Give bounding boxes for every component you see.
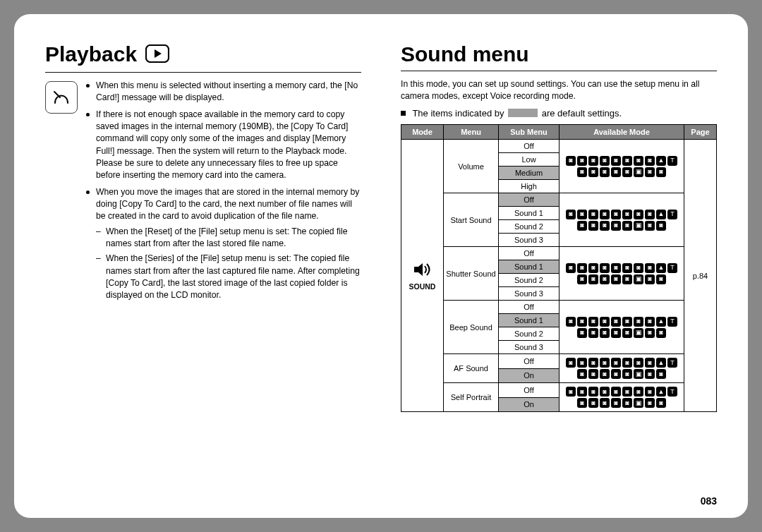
mode-icon: ◙ [588,274,598,284]
mode-icon: ◙ [611,387,621,397]
mode-icon: ◙ [600,328,610,338]
mode-icon: ◙ [577,369,587,379]
mode-icon: ◙ [611,369,621,379]
mode-icon: ◙ [577,274,587,284]
table-row: SOUNDVolumeOff◙◙◙◙◙◙◙◙▲T◙◙◙◙◙▣◙◙p.84 [401,140,717,153]
mode-icon: T [667,358,677,368]
available-mode-icons: ◙◙◙◙◙◙◙◙▲T◙◙◙◙◙▣◙◙ [561,208,682,232]
right-title: Sound menu [401,42,717,66]
mode-icon: ▣ [634,274,643,284]
menu-cell: Beep Sound [444,301,499,354]
mode-icon: ▲ [656,387,666,397]
mode-icon: ◙ [600,369,610,379]
subnote-item: When the [Reset] of the [File] setup men… [96,226,361,250]
page-ref-cell: p.84 [684,140,717,412]
legend-post: are default settings. [542,108,622,119]
mode-icon: ◙ [600,263,610,273]
left-title: Playback [45,42,361,68]
table-row: Self PortraitOff◙◙◙◙◙◙◙◙▲T◙◙◙◙◙▣◙◙ [401,383,717,398]
note-item-text: When you move the images that are stored… [96,187,359,222]
mode-icon: ◙ [645,398,655,408]
submenu-cell: Low [499,153,560,167]
mode-icon: ◙ [611,328,621,338]
mode-icon: ◙ [645,387,655,397]
mode-icon: ◙ [656,398,666,408]
mode-icon: ◙ [600,274,610,284]
manual-page: Playback When this menu is [14,14,748,518]
mode-icon: ◙ [577,167,587,177]
mode-icon: ◙ [622,263,632,273]
submenu-cell: Off [499,247,560,260]
note-item: If there is not enough space available i… [86,109,361,182]
available-cell: ◙◙◙◙◙◙◙◙▲T◙◙◙◙◙▣◙◙ [560,193,684,247]
submenu-cell: Sound 1 [499,260,560,274]
mode-icon: ◙ [611,317,621,327]
mode-icon: T [667,156,677,166]
mode-icon: ◙ [622,398,632,408]
mode-icon: ◙ [634,358,643,368]
svg-marker-1 [155,49,162,58]
mode-icon: ◙ [622,221,632,231]
submenu-cell: Off [499,354,560,369]
mode-icon: ◙ [622,156,632,166]
mode-icon: ◙ [577,328,587,338]
mode-icon: ◙ [566,210,576,219]
mode-icon: ◙ [600,358,610,368]
divider [45,72,361,73]
mode-icon: ◙ [611,358,621,368]
available-mode-icons: ◙◙◙◙◙◙◙◙▲T◙◙◙◙◙▣◙◙ [561,385,682,409]
mode-icon: ◙ [588,210,598,219]
submenu-cell: Sound 3 [499,234,560,247]
mode-icon: ▲ [656,210,666,219]
default-legend: The items indicated by are default setti… [401,108,717,119]
mode-icon: ◙ [656,369,666,379]
mode-icon: ◙ [656,167,666,177]
mode-icon: ◙ [588,317,598,327]
mode-icon: ◙ [588,221,598,231]
mode-icon: ◙ [656,328,666,338]
menu-cell: Shutter Sound [444,247,499,301]
mode-icon: ◙ [622,274,632,284]
mode-icon: ▣ [634,398,643,408]
mode-icon: ◙ [566,317,576,327]
table-row: AF SoundOff◙◙◙◙◙◙◙◙▲T◙◙◙◙◙▣◙◙ [401,354,717,369]
table-row: Start SoundOff◙◙◙◙◙◙◙◙▲T◙◙◙◙◙▣◙◙ [401,193,717,207]
mode-icon: ◙ [577,210,587,219]
available-mode-icons: ◙◙◙◙◙◙◙◙▲T◙◙◙◙◙▣◙◙ [561,262,682,286]
mode-icon: ◙ [611,263,621,273]
mode-icon: ◙ [588,387,598,397]
available-cell: ◙◙◙◙◙◙◙◙▲T◙◙◙◙◙▣◙◙ [560,301,684,354]
submenu-cell: High [499,180,560,193]
table-row: Beep SoundOff◙◙◙◙◙◙◙◙▲T◙◙◙◙◙▣◙◙ [401,301,717,314]
mode-icon: ◙ [566,156,576,166]
mode-icon: ◙ [645,358,655,368]
mode-icon: ◙ [577,317,587,327]
th-menu: Menu [444,125,499,140]
mode-icon: ◙ [588,167,598,177]
menu-cell: AF Sound [444,354,499,383]
mode-icon: ◙ [645,263,655,273]
table-header-row: Mode Menu Sub Menu Available Mode Page [401,125,717,140]
mode-icon: ▣ [634,369,643,379]
mode-icon: ◙ [622,210,632,219]
mode-icon: ◙ [611,221,621,231]
mode-icon: ▲ [656,156,666,166]
mode-icon: ◙ [600,387,610,397]
mode-icon: ◙ [645,221,655,231]
mode-icon: ◙ [588,369,598,379]
mode-icon: T [667,210,677,219]
mode-icon: ◙ [622,328,632,338]
legend-pre: The items indicated by [412,108,504,119]
speaker-icon [413,261,433,278]
th-submenu: Sub Menu [499,125,560,140]
mode-icon: ◙ [622,369,632,379]
svg-marker-2 [414,263,423,276]
mode-icon: ◙ [588,358,598,368]
submenu-cell: Medium [499,167,560,180]
mode-icon: ◙ [577,221,587,231]
mode-icon: ◙ [577,156,587,166]
mode-icon: ◙ [588,328,598,338]
mode-icon: ◙ [577,398,587,408]
mode-icon: ◙ [588,398,598,408]
legend-bullet [401,111,406,116]
